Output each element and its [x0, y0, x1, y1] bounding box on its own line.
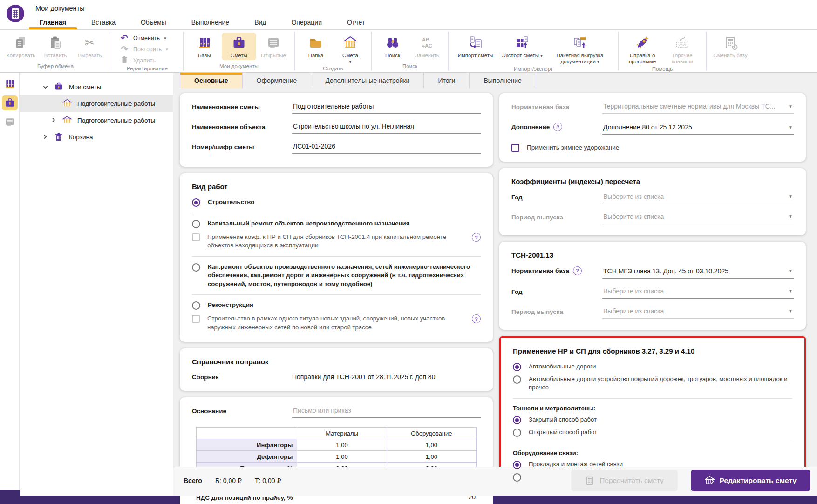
replace-button[interactable]: AB⤷AC Заменить — [410, 33, 444, 60]
radio-icon[interactable] — [192, 263, 200, 272]
tunnels-option-closed[interactable]: Закрытый способ работ — [513, 415, 792, 424]
export-estimate-button[interactable]: Экспорт сметы ▾ — [499, 33, 545, 60]
nr-sp-option-roads-surfacing[interactable]: Автомобильные дороги устройство покрытий… — [513, 375, 792, 392]
calculator-icon — [722, 34, 738, 52]
year-dropdown[interactable]: Выберите из списка ▼ — [602, 193, 794, 204]
help-icon[interactable]: ? — [472, 314, 481, 323]
new-folder-button[interactable]: Папка — [299, 33, 333, 60]
radio-icon[interactable] — [192, 198, 200, 207]
checkbox-icon[interactable] — [192, 315, 200, 323]
new-estimate-button[interactable]: Смета ▾ — [333, 33, 368, 66]
radio-icon[interactable] — [513, 429, 521, 437]
tunnels-option-open[interactable]: Открытый способ работ — [513, 428, 792, 437]
rail-opened-button[interactable] — [2, 115, 18, 129]
nr-sp-option-roads[interactable]: Автомобильные дороги — [513, 362, 792, 371]
ribbon-tab-volumes[interactable]: Объёмы — [128, 15, 179, 29]
radio-icon[interactable] — [513, 363, 521, 371]
tsn13-year-dropdown[interactable]: Выберите из списка ▼ — [602, 287, 794, 299]
bases-button[interactable]: Базы — [187, 33, 222, 60]
work-type-option-reconstruction[interactable]: Реконструкция — [192, 301, 481, 310]
tsn13-base-dropdown[interactable]: ТСН МГЭ глава 13. Доп. 45 от 03.10.2025 … — [602, 267, 794, 279]
estimate-number-input[interactable]: ЛС01-01-2026 — [292, 143, 481, 154]
cell-value[interactable]: 1,00 — [387, 439, 476, 451]
paste-button[interactable]: Вставить — [38, 33, 73, 60]
winter-cost-checkbox-row[interactable]: Применить зимнее удорожание — [511, 143, 794, 152]
redo-button[interactable]: ↷ Повторить ▾ — [120, 45, 175, 54]
radio-icon[interactable] — [192, 301, 200, 310]
tab-additional-settings[interactable]: Дополнительные настройки — [311, 73, 424, 88]
ribbon-tab-main[interactable]: Главная — [27, 15, 79, 29]
ribbon-tab-execution[interactable]: Выполнение — [179, 15, 242, 29]
tree-item-estimate-selected[interactable]: Подготовительные работы — [20, 95, 173, 112]
tab-formatting[interactable]: Оформление — [243, 73, 312, 88]
checkbox-icon[interactable] — [511, 144, 519, 152]
undo-button[interactable]: ↶ Отменить ▾ — [120, 34, 175, 42]
chevron-right-icon[interactable] — [42, 134, 48, 141]
hotkeys-button[interactable]: Горячие клавиши — [662, 33, 702, 66]
tree-item-my-estimates[interactable]: Мои сметы — [20, 78, 173, 95]
radio-icon[interactable] — [513, 461, 521, 469]
supplement-dropdown[interactable]: Дополнение 80 от 25.12.2025 ▼ — [602, 123, 794, 135]
rail-estimates-button[interactable] — [2, 95, 18, 110]
divider — [513, 443, 792, 443]
work-type-option-capital-repair[interactable]: Капитальный ремонт объектов непроизводст… — [192, 219, 481, 228]
change-base-button[interactable]: Сменить базу — [710, 33, 750, 60]
about-button[interactable]: Справка о программе — [622, 33, 662, 66]
collection-value[interactable]: Поправки для ТСН-2001 от 28.11.2025 г. д… — [292, 373, 481, 381]
period-dropdown[interactable]: Выберите из списка ▼ — [602, 213, 794, 224]
basis-input[interactable]: Письмо или приказ — [292, 407, 481, 418]
table-header-empty — [197, 428, 297, 439]
batch-export-dropdown-caret[interactable]: ▾ — [597, 60, 599, 64]
norm-base-dropdown[interactable]: Территориальные сметные нормативы для Мо… — [602, 102, 794, 114]
chevron-right-icon[interactable] — [50, 117, 57, 124]
ribbon-tab-operations[interactable]: Операции — [279, 15, 334, 29]
tsn13-period-dropdown[interactable]: Выберите из списка ▼ — [602, 307, 794, 319]
work-type-suboption-nr-sp[interactable]: Применение коэф. к НР и СП для сборников… — [192, 233, 481, 250]
ribbon-tab-insert[interactable]: Вставка — [79, 15, 128, 29]
radio-icon[interactable] — [513, 416, 521, 424]
import-estimate-button[interactable]: Импорт сметы — [452, 33, 499, 60]
tab-execution[interactable]: Выполнение — [470, 73, 536, 88]
radio-icon[interactable] — [192, 220, 200, 228]
bottom-left-corner-block — [0, 490, 20, 504]
edit-estimate-button[interactable]: Редактировать смету — [691, 470, 810, 491]
divider — [192, 213, 481, 213]
estimate-name-input[interactable]: Подготовительные работы — [292, 102, 481, 114]
chevron-down-icon[interactable] — [42, 83, 48, 90]
cut-button[interactable]: ✂ Вырезать — [73, 33, 107, 60]
export-dropdown-caret[interactable]: ▾ — [540, 54, 543, 58]
cell-value[interactable]: 1,00 — [387, 451, 476, 463]
object-name-input[interactable]: Строительство школы по ул. Неглинная — [292, 123, 481, 134]
cell-value[interactable]: 1,00 — [297, 451, 387, 463]
new-estimate-dropdown-caret[interactable]: ▾ — [349, 60, 352, 64]
copy-button[interactable]: Копировать — [4, 33, 38, 60]
help-icon[interactable]: ? — [472, 233, 481, 242]
help-icon[interactable]: ? — [553, 123, 562, 131]
tab-totals[interactable]: Итоги — [424, 73, 470, 88]
help-icon[interactable]: ? — [573, 266, 582, 275]
rail-bases-button[interactable] — [2, 76, 18, 91]
ribbon-tab-view[interactable]: Вид — [242, 15, 279, 29]
estimates-button[interactable]: Сметы — [222, 33, 256, 60]
tab-main-settings[interactable]: Основные — [180, 73, 243, 88]
ribbon-tab-report[interactable]: Отчет — [334, 15, 377, 29]
undo-dropdown-caret[interactable]: ▾ — [164, 36, 166, 41]
tree-item-estimate[interactable]: Подготовительные работы — [20, 112, 173, 129]
recalculate-estimate-button[interactable]: Пересчитать смету — [571, 470, 678, 491]
tree-item-recycle-bin[interactable]: Корзина — [20, 129, 173, 145]
cell-value[interactable]: 1,00 — [297, 439, 387, 451]
table-row: Дефляторы 1,00 1,00 — [197, 451, 477, 463]
table-header-materials: Материалы — [297, 428, 387, 439]
work-type-option-industrial-repair[interactable]: Кап.ремонт объектов производственного на… — [192, 263, 481, 288]
batch-export-button[interactable]: Пакетная выгрузка документации ▾ — [545, 33, 614, 66]
work-type-suboption-single-title[interactable]: Строительство в рамках одного титула нов… — [192, 314, 481, 332]
delete-button[interactable]: Удалить — [120, 56, 175, 65]
binoculars-icon — [385, 34, 401, 52]
opened-button[interactable]: Открытые — [256, 33, 291, 60]
search-button[interactable]: Поиск — [375, 33, 410, 60]
checkbox-icon[interactable] — [192, 233, 200, 241]
radio-icon[interactable] — [513, 375, 521, 384]
radio-icon[interactable] — [513, 473, 521, 482]
redo-dropdown-caret[interactable]: ▾ — [166, 47, 168, 52]
work-type-option-construction[interactable]: Строительство — [192, 198, 481, 207]
